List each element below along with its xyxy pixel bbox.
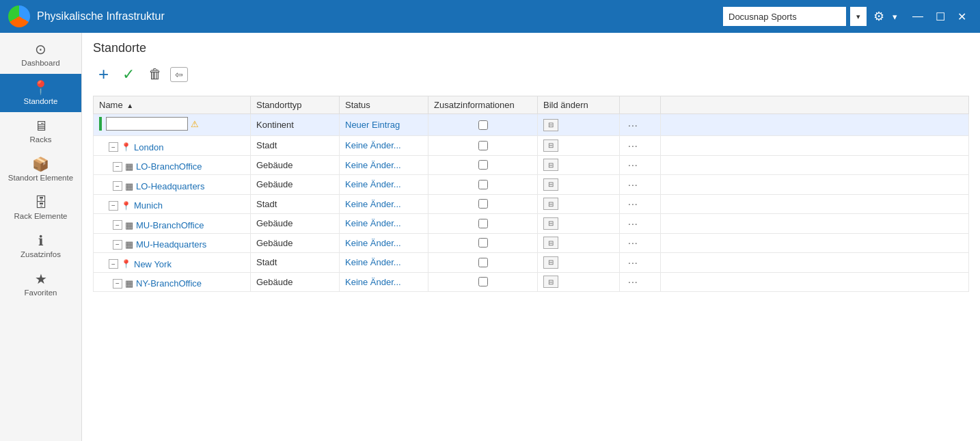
- more-button-lo-hq[interactable]: ···: [625, 179, 641, 190]
- zusatz-checkbox-newyork[interactable]: [478, 258, 488, 267]
- maximize-button[interactable]: ☐: [930, 9, 951, 25]
- sidebar-item-rack-elemente[interactable]: 🗄 Rack Elemente: [0, 189, 81, 227]
- bild-icon-mu-branch[interactable]: ⊟: [543, 217, 558, 230]
- workspace-dropdown[interactable]: ▾: [850, 7, 867, 26]
- more-button-mu-branch[interactable]: ···: [625, 218, 641, 229]
- bild-cell-ny-branch: ⊟: [538, 272, 620, 292]
- type-cell-mu-hq: Gebäude: [251, 233, 340, 253]
- sidebar-item-racks[interactable]: 🖥 Racks: [0, 112, 81, 150]
- more-button-mu-hq[interactable]: ···: [625, 237, 641, 248]
- name-cell-newyork: − 📍 New York: [94, 253, 251, 273]
- sidebar-item-zusatzinfos[interactable]: ℹ Zusatzinfos: [0, 227, 81, 265]
- expand-mu-branch[interactable]: −: [113, 220, 122, 230]
- extra-cell-lo-hq: [661, 175, 969, 195]
- sidebar-item-standorte[interactable]: 📍 Standorte: [0, 74, 81, 112]
- name-link-mu-hq[interactable]: MU-Headquarters: [136, 239, 206, 250]
- expand-lo-branch[interactable]: −: [113, 162, 122, 172]
- col-header-name[interactable]: Name ▲: [94, 96, 251, 114]
- zusatz-checkbox-new[interactable]: [478, 120, 488, 130]
- zusatz-checkbox-munich[interactable]: [478, 199, 488, 209]
- zusatz-cell-newyork: [428, 253, 538, 273]
- zusatzinfos-icon: ℹ: [38, 234, 44, 248]
- more-cell-lo-branch: ···: [620, 155, 661, 175]
- status-cell-lo-branch: Keine Änder...: [340, 155, 428, 175]
- sidebar-label-dashboard: Dashboard: [21, 59, 59, 67]
- bild-icon-london[interactable]: ⊟: [543, 139, 558, 152]
- expand-ny-branch[interactable]: −: [113, 279, 122, 289]
- favoriten-icon: ★: [35, 272, 47, 286]
- more-button-lo-branch[interactable]: ···: [625, 159, 641, 170]
- status-cell-newyork: Keine Änder...: [340, 253, 428, 273]
- zusatz-checkbox-ny-branch[interactable]: [478, 277, 488, 286]
- more-button-munich[interactable]: ···: [625, 198, 641, 209]
- bild-cell-newyork: ⊟: [538, 253, 620, 273]
- location-icon-london: 📍: [121, 142, 131, 152]
- bild-icon-lo-hq[interactable]: ⊟: [543, 178, 558, 191]
- more-button-ny-branch[interactable]: ···: [625, 276, 641, 287]
- name-input[interactable]: [106, 117, 188, 131]
- status-cell-london: Keine Änder...: [340, 136, 428, 156]
- bild-icon-new[interactable]: ⊟: [543, 119, 558, 131]
- more-button-london[interactable]: ···: [625, 140, 641, 151]
- bild-icon-munich[interactable]: ⊟: [543, 198, 558, 210]
- expand-lo-hq[interactable]: −: [113, 181, 122, 191]
- extra-cell-newyork: [661, 253, 969, 273]
- name-link-london[interactable]: London: [134, 142, 163, 152]
- delete-button[interactable]: 🗑: [143, 64, 167, 85]
- bild-icon-newyork[interactable]: ⊟: [543, 256, 558, 269]
- sidebar-item-dashboard[interactable]: ⊙ Dashboard: [0, 36, 81, 74]
- workspace-search[interactable]: [723, 7, 846, 26]
- name-link-mu-branch[interactable]: MU-BranchOffice: [136, 220, 204, 230]
- zusatz-cell-munich: [428, 194, 538, 214]
- bild-icon-lo-branch[interactable]: ⊟: [543, 159, 558, 171]
- minimize-button[interactable]: —: [907, 9, 929, 25]
- sidebar-item-standort-elemente[interactable]: 📦 Standort Elemente: [0, 150, 81, 189]
- zusatz-checkbox-lo-branch[interactable]: [478, 160, 488, 170]
- zusatz-checkbox-mu-hq[interactable]: [478, 238, 488, 248]
- zusatz-checkbox-london[interactable]: [478, 141, 488, 150]
- import-icon: ⇦: [175, 69, 183, 80]
- sidebar-item-favoriten[interactable]: ★ Favoriten: [0, 265, 81, 304]
- settings-button[interactable]: ⚙: [871, 6, 887, 27]
- sort-arrow-name: ▲: [126, 102, 133, 109]
- expand-munich[interactable]: −: [109, 201, 118, 211]
- name-link-newyork[interactable]: New York: [134, 259, 172, 269]
- bild-cell-new: ⊟: [538, 114, 620, 136]
- status-cell-new: Neuer Eintrag: [340, 114, 428, 136]
- building-icon-lo-branch: ▦: [125, 161, 133, 172]
- name-link-ny-branch[interactable]: NY-BranchOffice: [136, 278, 202, 289]
- expand-london[interactable]: −: [109, 142, 118, 152]
- bild-cell-munich: ⊟: [538, 194, 620, 214]
- zusatz-cell-new: [428, 114, 538, 136]
- expand-newyork[interactable]: −: [109, 259, 118, 269]
- type-value-new: Kontinent: [256, 120, 294, 130]
- table-row: ⚠ Kontinent Neuer Eintrag ⊟: [94, 114, 969, 136]
- import-button[interactable]: ⇦: [170, 67, 188, 82]
- bild-icon-ny-branch[interactable]: ⊟: [543, 276, 558, 288]
- add-button[interactable]: +: [93, 61, 114, 88]
- status-cell-mu-branch: Keine Änder...: [340, 214, 428, 234]
- status-cell-ny-branch: Keine Änder...: [340, 272, 428, 292]
- extra-cell-london: [661, 136, 969, 156]
- bild-icon-mu-hq[interactable]: ⊟: [543, 237, 558, 249]
- name-link-lo-hq[interactable]: LO-Headquarters: [136, 181, 204, 191]
- racks-icon: 🖥: [34, 119, 48, 133]
- name-cell-lo-hq: − ▦ LO-Headquarters: [94, 175, 251, 195]
- more-cell-munich: ···: [620, 194, 661, 214]
- bild-cell-lo-branch: ⊟: [538, 155, 620, 175]
- zusatz-checkbox-mu-branch[interactable]: [478, 219, 488, 228]
- confirm-button[interactable]: ✓: [117, 63, 140, 86]
- more-button-new[interactable]: ···: [625, 120, 641, 131]
- name-link-lo-branch[interactable]: LO-BranchOffice: [136, 161, 202, 172]
- extra-cell-new: [661, 114, 969, 136]
- standorte-table: Name ▲ Standorttyp Status Zusatzinformat…: [93, 96, 969, 292]
- expand-mu-hq[interactable]: −: [113, 240, 122, 250]
- more-button-newyork[interactable]: ···: [625, 257, 641, 268]
- sidebar-label-racks: Racks: [30, 135, 52, 144]
- table-row: − 📍 Munich Stadt Keine Änder... ⊟ ···: [94, 194, 969, 214]
- zusatz-checkbox-lo-hq[interactable]: [478, 180, 488, 189]
- status-cell-mu-hq: Keine Änder...: [340, 233, 428, 253]
- name-link-munich[interactable]: Munich: [134, 200, 163, 211]
- close-button[interactable]: ✕: [952, 9, 972, 25]
- table-row: − 📍 London Stadt Keine Änder... ⊟ ···: [94, 136, 969, 156]
